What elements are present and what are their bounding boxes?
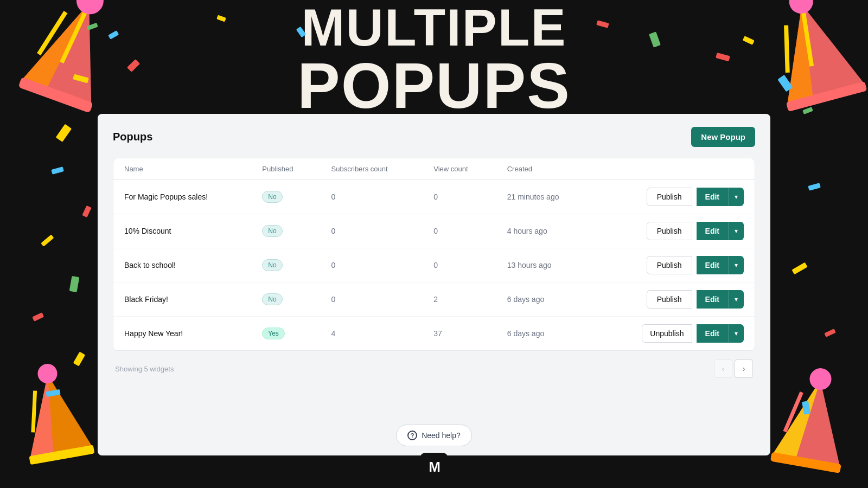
cell-subscribers: 0	[321, 214, 423, 248]
cell-name: For Magic Popups sales!	[113, 180, 251, 214]
hero-line2: POPUPS	[297, 54, 571, 118]
publish-button[interactable]: Publish	[647, 222, 692, 240]
edit-dropdown-button[interactable]: ▾	[729, 324, 744, 343]
m-logo: M	[420, 453, 448, 481]
svg-rect-43	[824, 329, 836, 337]
publish-button[interactable]: Publish	[647, 188, 692, 206]
cell-views: 0	[423, 180, 496, 214]
hero-title: MULTIPLE POPUPS	[297, 2, 571, 118]
table-body: For Magic Popups sales! No 0 0 21 minute…	[113, 180, 755, 351]
cell-actions: Publish Edit ▾	[593, 214, 755, 248]
cell-name: Black Friday!	[113, 282, 251, 317]
table-footer: Showing 5 widgets ‹ ›	[113, 351, 755, 382]
edit-dropdown-button[interactable]: ▾	[729, 188, 744, 206]
next-page-button[interactable]: ›	[735, 359, 753, 378]
cell-name: Back to school!	[113, 248, 251, 282]
cell-created: 21 minutes ago	[496, 180, 593, 214]
col-views: View count	[423, 158, 496, 180]
cell-views: 2	[423, 282, 496, 317]
cell-name: 10% Discount	[113, 214, 251, 248]
edit-button[interactable]: Edit	[697, 188, 729, 206]
unpublish-button[interactable]: Unpublish	[642, 324, 692, 343]
cell-published: No	[251, 214, 320, 248]
cell-created: 13 hours ago	[496, 248, 593, 282]
hero-section: MULTIPLE POPUPS	[0, 0, 868, 119]
cell-views: 0	[423, 214, 496, 248]
cell-actions: Publish Edit ▾	[593, 248, 755, 282]
cell-actions: Unpublish Edit ▾	[593, 317, 755, 351]
edit-dropdown-button[interactable]: ▾	[729, 256, 744, 274]
edit-button[interactable]: Edit	[697, 290, 729, 309]
panel-title: Popups	[113, 131, 152, 143]
cell-subscribers: 4	[321, 317, 423, 351]
table-row: Back to school! No 0 0 13 hours ago Publ…	[113, 248, 755, 282]
table-row: 10% Discount No 0 0 4 hours ago Publish …	[113, 214, 755, 248]
new-popup-button[interactable]: New Popup	[691, 127, 755, 147]
panel-header: Popups New Popup	[113, 127, 755, 147]
showing-count: Showing 5 widgets	[115, 365, 174, 373]
col-subscribers: Subscribers count	[321, 158, 423, 180]
publish-button[interactable]: Publish	[647, 256, 692, 274]
published-badge: No	[262, 293, 282, 305]
edit-button[interactable]: Edit	[697, 324, 729, 343]
bottom-area: ? Need help? M	[0, 418, 868, 488]
edit-button[interactable]: Edit	[697, 256, 729, 274]
svg-rect-26	[56, 124, 72, 142]
cell-actions: Publish Edit ▾	[593, 180, 755, 214]
svg-rect-45	[802, 401, 810, 415]
col-published: Published	[251, 158, 320, 180]
published-badge: No	[262, 225, 282, 237]
table-header: Name Published Subscribers count View co…	[113, 158, 755, 180]
published-badge: No	[262, 191, 282, 203]
cell-subscribers: 0	[321, 248, 423, 282]
published-badge: Yes	[262, 328, 285, 339]
cell-views: 0	[423, 248, 496, 282]
svg-rect-29	[41, 235, 54, 247]
svg-rect-30	[69, 276, 80, 292]
svg-point-21	[808, 367, 833, 391]
col-created: Created	[496, 158, 593, 180]
svg-rect-32	[73, 352, 85, 367]
cell-created: 6 days ago	[496, 282, 593, 317]
svg-rect-27	[51, 166, 64, 174]
cell-published: No	[251, 180, 320, 214]
need-help-label: Need help?	[422, 431, 461, 440]
prev-page-button[interactable]: ‹	[714, 359, 732, 378]
edit-dropdown-button[interactable]: ▾	[729, 290, 744, 309]
edit-dropdown-button[interactable]: ▾	[729, 222, 744, 240]
table-row: Black Friday! No 0 2 6 days ago Publish …	[113, 282, 755, 317]
popups-table-container: Name Published Subscribers count View co…	[113, 158, 755, 351]
table-row: Happy New Year! Yes 4 37 6 days ago Unpu…	[113, 317, 755, 351]
cell-subscribers: 0	[321, 282, 423, 317]
cell-name: Happy New Year!	[113, 317, 251, 351]
cell-views: 37	[423, 317, 496, 351]
published-badge: No	[262, 259, 282, 271]
publish-button[interactable]: Publish	[647, 290, 692, 309]
svg-rect-31	[32, 312, 44, 322]
svg-rect-28	[82, 206, 92, 217]
cell-subscribers: 0	[321, 180, 423, 214]
need-help-button[interactable]: ? Need help?	[396, 425, 472, 446]
cell-actions: Publish Edit ▾	[593, 282, 755, 317]
table-row: For Magic Popups sales! No 0 0 21 minute…	[113, 180, 755, 214]
cell-published: No	[251, 282, 320, 317]
help-circle-icon: ?	[407, 431, 417, 440]
content-panel: Popups New Popup Name Published Subscrib…	[98, 114, 770, 455]
svg-rect-41	[792, 262, 807, 275]
svg-rect-33	[46, 389, 60, 397]
svg-point-16	[36, 362, 59, 385]
edit-button[interactable]: Edit	[697, 222, 729, 240]
pagination: ‹ ›	[714, 359, 753, 378]
popups-table: Name Published Subscribers count View co…	[113, 158, 755, 350]
svg-rect-39	[808, 183, 821, 190]
cell-created: 6 days ago	[496, 317, 593, 351]
cell-published: No	[251, 248, 320, 282]
col-actions	[593, 158, 755, 180]
hero-line1: MULTIPLE	[297, 2, 571, 54]
cell-created: 4 hours ago	[496, 214, 593, 248]
cell-published: Yes	[251, 317, 320, 351]
col-name: Name	[113, 158, 251, 180]
